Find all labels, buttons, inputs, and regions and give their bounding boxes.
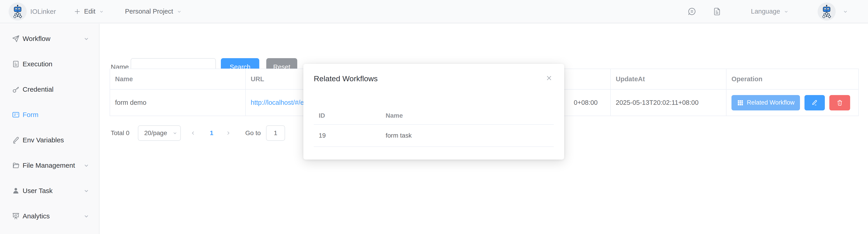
grid-icon [737, 99, 744, 106]
modal-close-button[interactable] [545, 74, 553, 82]
chevron-down-icon [83, 35, 90, 42]
sidebar-item-label: Form [23, 111, 38, 119]
modal-column-header-id: ID [314, 107, 381, 124]
sidebar-nav: Workflow Execution Credential [0, 24, 99, 234]
row-name-cell: form demo [110, 90, 246, 116]
row-operation-cell: Related Workflow [726, 90, 858, 116]
page-size-value: 20/page [144, 129, 167, 137]
sidebar-item-form[interactable]: Form [0, 102, 99, 127]
prev-page-button[interactable] [189, 125, 198, 141]
column-header-name: Name [110, 69, 246, 90]
modal-row-id-cell: 19 [314, 125, 381, 146]
chevron-left-icon [190, 130, 196, 136]
next-page-button[interactable] [223, 125, 232, 141]
sidebar-item-label: Credential [23, 86, 54, 93]
sidebar-item-analytics[interactable]: Analytics [0, 203, 99, 229]
project-selector[interactable]: Personal Project [125, 0, 182, 23]
chat-bubble-icon [687, 7, 697, 16]
edit-pencil-icon [811, 99, 818, 106]
app-logo [8, 2, 27, 21]
plus-icon [74, 8, 81, 15]
delete-button[interactable] [829, 95, 850, 111]
modal-table-row: 19 form task [314, 125, 554, 147]
modal-table-header-row: ID Name [314, 107, 554, 125]
document-icon [12, 60, 20, 68]
goto-page-label: Go to [245, 125, 260, 141]
chevron-down-icon [83, 212, 90, 220]
related-workflow-button-label: Related Workflow [747, 99, 795, 106]
sidebar-item-file-management[interactable]: File Management [0, 153, 99, 178]
chevron-down-icon [783, 9, 789, 14]
sidebar-item-credential[interactable]: Credential [0, 77, 99, 102]
robot-avatar-icon [820, 4, 833, 19]
chevron-down-icon [842, 8, 848, 15]
form-url-link[interactable]: http://localhost/#/e [251, 99, 304, 106]
chevron-down-icon [98, 9, 104, 14]
chevron-down-icon [83, 187, 90, 195]
user-avatar[interactable] [817, 2, 836, 21]
project-selector-label: Personal Project [125, 8, 173, 15]
feedback-chat-button[interactable] [687, 0, 697, 23]
language-selector[interactable]: Language [751, 0, 789, 23]
pagination-total: Total 0 [111, 125, 129, 141]
pencil-icon [12, 136, 20, 144]
edit-button[interactable] [804, 95, 825, 111]
modal-column-header-name: Name [381, 107, 554, 124]
page-number-1[interactable]: 1 [206, 125, 217, 141]
app-root: IOLinker Edit Personal Project [0, 0, 868, 234]
related-workflows-modal: Related Workflows ID Name 19 form task [303, 64, 564, 159]
sidebar-item-label: Analytics [23, 212, 50, 220]
related-workflow-button[interactable]: Related Workflow [732, 95, 800, 111]
sidebar-item-label: Env Variables [23, 136, 64, 144]
trash-icon [836, 99, 843, 106]
close-icon [545, 74, 553, 82]
robot-logo-icon [11, 4, 24, 19]
sidebar-item-label: Execution [23, 60, 53, 68]
sidebar-item-label: User Task [23, 187, 53, 195]
edit-menu[interactable]: Edit [74, 0, 104, 23]
document-page-icon [712, 7, 721, 16]
row-updateat-cell: 2025-05-13T20:02:11+08:00 [611, 90, 726, 116]
sidebar-item-label: File Management [23, 162, 75, 169]
modal-title: Related Workflows [314, 74, 378, 83]
paper-plane-icon [12, 35, 20, 43]
sidebar-item-user-task[interactable]: User Task [0, 178, 99, 203]
user-icon [12, 187, 20, 195]
chevron-right-icon [225, 130, 231, 136]
chevron-down-icon [83, 162, 90, 169]
page-size-select[interactable]: 20/page [138, 125, 181, 141]
edit-menu-label: Edit [84, 8, 95, 15]
brand-title: IOLinker [30, 0, 56, 23]
user-menu-toggle[interactable] [842, 0, 848, 23]
related-workflows-table: ID Name 19 form task [314, 107, 554, 147]
chevron-down-icon [176, 9, 182, 14]
chevron-down-icon [172, 130, 178, 136]
column-header-updateat: UpdateAt [611, 69, 726, 90]
sidebar-item-execution[interactable]: Execution [0, 51, 99, 77]
sidebar-item-workflow[interactable]: Workflow [0, 26, 99, 51]
key-icon [12, 85, 20, 93]
folder-icon [12, 162, 20, 170]
modal-row-name-cell: form task [381, 125, 554, 146]
column-header-operation: Operation [726, 69, 858, 90]
analytics-icon [12, 212, 20, 220]
top-header: IOLinker Edit Personal Project [0, 0, 868, 23]
goto-page-input[interactable] [266, 125, 285, 141]
docs-button[interactable] [712, 0, 721, 23]
form-icon [12, 111, 20, 119]
sidebar-item-label: Workflow [23, 35, 51, 42]
language-selector-label: Language [751, 8, 780, 15]
sidebar-item-env-variables[interactable]: Env Variables [0, 127, 99, 153]
